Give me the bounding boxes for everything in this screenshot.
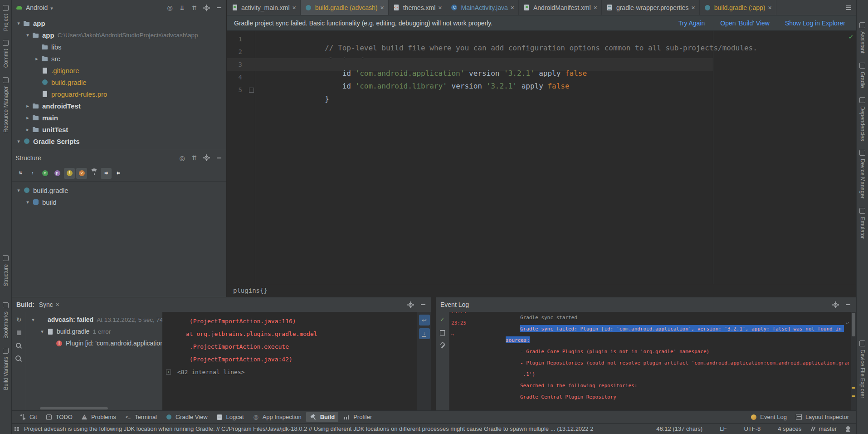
close-tab-icon[interactable] — [293, 4, 296, 11]
hide-panel-icon[interactable] — [419, 301, 427, 309]
horizontal-scrollbar[interactable] — [40, 407, 108, 409]
locate-icon[interactable] — [178, 154, 186, 162]
status-widget[interactable]: master — [811, 425, 837, 432]
tool-stripe-button[interactable]: Dependencies — [858, 92, 866, 145]
editor-tab[interactable]: activity_main.xml — [227, 0, 301, 15]
expand-arrow-icon[interactable] — [38, 329, 46, 335]
tree-row[interactable]: app C:\Users\Jakob\AndroidStudioProjects… — [12, 29, 226, 41]
tool-stripe-button[interactable]: Structure — [2, 250, 10, 291]
toolbar-button[interactable] — [27, 168, 38, 179]
close-tab-icon[interactable] — [594, 4, 597, 11]
toolbar-button[interactable] — [101, 168, 112, 179]
hide-panel-icon[interactable] — [844, 301, 852, 309]
tree-row[interactable]: Plugin [id: 'com.android.application', — [26, 337, 162, 349]
tree-row[interactable]: libs — [12, 41, 226, 53]
settings-gear-icon[interactable] — [407, 301, 414, 309]
banner-action-link[interactable]: Show Log in Explorer — [785, 20, 845, 27]
status-widget[interactable]: 46:12 (137 chars) — [649, 425, 702, 432]
tool-stripe-button[interactable]: Emulator — [858, 203, 866, 243]
locate-icon[interactable] — [166, 4, 174, 12]
hide-icon[interactable] — [215, 154, 223, 162]
editor-tab[interactable]: gradle-wrapper.properties — [602, 0, 700, 15]
tool-stripe-button[interactable]: Project — [2, 0, 10, 35]
settings-icon[interactable] — [203, 4, 210, 12]
banner-action-link[interactable]: Open 'Build' View — [720, 20, 770, 27]
event-log-content[interactable]: 23:25 Gradle sync started 23:25 — [449, 312, 851, 410]
tree-row[interactable]: build.gradle 1 error — [26, 326, 162, 337]
tree-row[interactable]: unitTest — [12, 123, 226, 135]
tree-row[interactable]: androidTest — [12, 100, 226, 112]
expand-arrow-icon[interactable] — [24, 127, 32, 133]
build-output-console[interactable]: (ProjectImportAction.java:116) at org.je… — [162, 312, 417, 410]
close-tab-icon[interactable] — [768, 4, 771, 11]
inspect-icon[interactable] — [15, 355, 23, 363]
breadcrumb[interactable]: plugins{} — [227, 284, 856, 297]
expand-arrow-icon[interactable] — [15, 138, 23, 144]
event-log-scrollbar[interactable] — [851, 312, 856, 410]
expand-arrow-icon[interactable] — [29, 317, 37, 323]
project-view-selector[interactable]: Android — [26, 4, 48, 11]
tree-row[interactable]: build.gradle — [12, 184, 226, 196]
settings-gear-icon[interactable] — [832, 301, 839, 309]
tree-row[interactable]: .gitignore — [12, 64, 226, 76]
status-widget[interactable]: UTF-8 — [736, 425, 761, 432]
tree-row[interactable]: advcash: failed At 13.12.2022, 5 sec, 74… — [26, 314, 162, 326]
banner-action-link[interactable]: Try Again — [678, 20, 705, 27]
wrench-icon[interactable] — [439, 342, 446, 350]
editor-tab[interactable]: themes.xml — [389, 0, 447, 15]
expand-arrow-icon[interactable] — [24, 103, 32, 109]
editor-tab[interactable]: build.gradle (advcash) — [301, 0, 389, 15]
pin-icon[interactable] — [15, 342, 23, 350]
structure-tree[interactable]: build.gradle build — [12, 182, 226, 297]
tree-row[interactable]: build — [12, 196, 226, 208]
tool-stripe-button[interactable]: Bookmarks — [2, 297, 10, 343]
tool-stripe-button[interactable]: Build Variants — [2, 343, 10, 394]
tool-stripe-button[interactable]: Commit — [2, 35, 10, 72]
tool-stripe-button[interactable]: Resource Manager — [2, 72, 10, 137]
editor-line[interactable]: 5 } — [227, 84, 856, 96]
tree-row[interactable]: Gradle Scripts — [12, 135, 226, 147]
expand-all-icon[interactable] — [178, 4, 186, 12]
expand-arrow-icon[interactable] — [15, 20, 23, 26]
scrollbar-thumb[interactable] — [852, 313, 855, 336]
close-tab-icon[interactable] — [691, 4, 695, 11]
ok-icon[interactable] — [439, 316, 446, 323]
tool-stripe-button[interactable]: Assistant — [858, 17, 866, 58]
editor-tabs-menu-icon[interactable] — [845, 4, 853, 11]
settings-icon[interactable] — [203, 154, 210, 162]
stop-icon[interactable] — [15, 329, 23, 336]
build-sync-tab[interactable]: Sync — [39, 301, 59, 308]
expand-arrow-icon[interactable] — [24, 32, 32, 38]
toolbar-button[interactable] — [64, 168, 75, 179]
status-widget[interactable]: 4 spaces — [770, 425, 801, 432]
expand-arrow-icon[interactable] — [24, 199, 32, 205]
collapse-all-icon[interactable] — [190, 154, 198, 162]
console-toolbar-button[interactable] — [419, 315, 430, 326]
tool-window-button[interactable]: Problems — [77, 412, 120, 422]
code-editor[interactable]: 1 // Top-level build file where you can … — [227, 31, 856, 284]
tool-window-switcher-icon[interactable] — [13, 425, 20, 433]
tree-row[interactable]: proguard-rules.pro — [12, 88, 226, 100]
chevron-down-icon[interactable] — [50, 4, 53, 11]
close-icon[interactable] — [56, 301, 59, 308]
sync-icon[interactable] — [15, 316, 23, 323]
editor-tab[interactable]: AndroidManifest.xml — [519, 0, 602, 15]
console-toolbar-button[interactable] — [419, 328, 430, 339]
inspections-profile-icon[interactable] — [844, 425, 852, 433]
collapse-all-icon[interactable] — [190, 4, 198, 12]
tool-window-button[interactable]: Layout Inspector — [791, 412, 853, 422]
toolbar-button[interactable] — [76, 168, 87, 179]
tool-window-button[interactable]: Terminal — [121, 412, 161, 422]
close-tab-icon[interactable] — [380, 4, 384, 11]
tool-window-button[interactable]: Build — [306, 412, 339, 422]
close-tab-icon[interactable] — [511, 4, 514, 11]
expand-fold-icon[interactable] — [166, 370, 171, 375]
tool-window-button[interactable]: App Inspection — [249, 412, 305, 422]
tree-row[interactable]: app — [12, 17, 226, 29]
tool-window-button[interactable]: Gradle View — [161, 412, 211, 422]
status-widget[interactable]: LF — [712, 425, 727, 432]
tool-stripe-button[interactable]: Device Manager — [858, 145, 866, 202]
project-tree[interactable]: app app C:\Users\Jakob\AndroidStudioProj… — [12, 15, 226, 150]
expand-arrow-icon[interactable] — [33, 56, 41, 62]
trash-icon[interactable] — [439, 329, 446, 336]
